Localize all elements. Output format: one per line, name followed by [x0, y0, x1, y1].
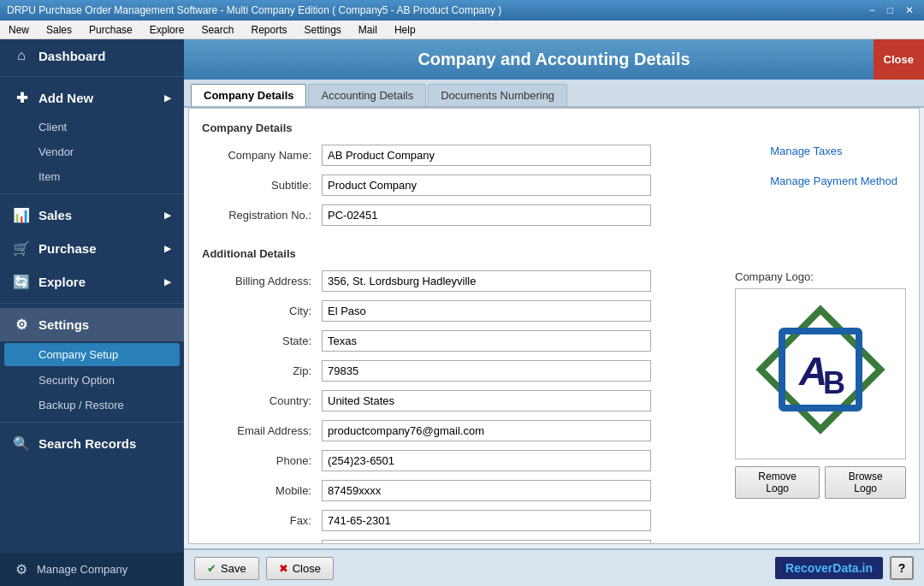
menu-sales[interactable]: Sales	[38, 22, 80, 38]
purchase-arrow: ▶	[164, 244, 171, 253]
dashboard-label: Dashboard	[38, 49, 105, 63]
manage-company-button[interactable]: ⚙ Manage Company	[0, 553, 184, 586]
billing-address-row: Billing Address:	[202, 270, 718, 292]
manage-payment-link[interactable]: Manage Payment Method	[770, 175, 897, 187]
menu-reports[interactable]: Reports	[242, 22, 295, 38]
phone-input[interactable]	[322, 450, 651, 471]
company-name-input[interactable]	[322, 145, 651, 166]
logo-label: Company Logo:	[735, 270, 906, 283]
mobile-row: Mobile:	[202, 480, 718, 501]
close-window-button[interactable]: ✕	[902, 4, 917, 16]
sidebar-item-purchase[interactable]: 🛒 Purchase ▶	[0, 232, 184, 265]
subtitle-row: Subtitle:	[202, 175, 761, 196]
registration-label: Registration No.:	[202, 209, 322, 222]
home-icon: ⌂	[13, 48, 30, 63]
additional-details-section: Additional Details Billing Address: City…	[202, 247, 906, 544]
state-input[interactable]	[322, 330, 651, 352]
form-columns: Billing Address: City: State: Zip:	[202, 270, 906, 544]
header-close-button[interactable]: Close	[874, 39, 924, 80]
footer-close-button[interactable]: ✖ Close	[266, 557, 334, 580]
manage-company-icon: ⚙	[13, 561, 30, 577]
menu-bar: New Sales Purchase Explore Search Report…	[0, 21, 924, 39]
state-label: State:	[202, 334, 322, 347]
website-input[interactable]	[322, 540, 651, 544]
phone-row: Phone:	[202, 450, 718, 471]
company-logo-svg: A B	[752, 301, 889, 447]
menu-search[interactable]: Search	[192, 22, 242, 38]
sidebar-item-company-setup[interactable]: Company Setup	[4, 343, 180, 366]
subtitle-input[interactable]	[322, 175, 651, 196]
sidebar-item-settings[interactable]: ⚙ Settings	[0, 308, 184, 341]
tab-bar: Company Details Accounting Details Docum…	[184, 80, 924, 108]
sales-label: Sales	[38, 208, 72, 222]
fax-input[interactable]	[322, 510, 651, 531]
title-text: DRPU Purchase Order Management Software …	[7, 4, 501, 16]
country-input[interactable]	[322, 390, 651, 411]
logo-buttons: Remove Logo Browse Logo	[735, 466, 906, 499]
svg-text:B: B	[823, 365, 845, 400]
purchase-icon: 🛒	[13, 240, 30, 257]
logo-box: A B	[735, 288, 906, 459]
sidebar-item-backup-restore[interactable]: Backup / Restore	[0, 393, 184, 417]
page-header: Company and Accounting Details Close	[184, 39, 924, 80]
mobile-label: Mobile:	[202, 484, 322, 497]
menu-new[interactable]: New	[0, 22, 38, 38]
manage-taxes-link[interactable]: Manage Taxes	[770, 145, 897, 157]
add-new-label: Add New	[38, 91, 93, 105]
city-input[interactable]	[322, 300, 651, 322]
form-left-column: Billing Address: City: State: Zip:	[202, 270, 718, 544]
zip-label: Zip:	[202, 364, 322, 377]
divider-2	[0, 193, 184, 194]
remove-logo-button[interactable]: Remove Logo	[735, 466, 820, 499]
subtitle-label: Subtitle:	[202, 179, 322, 192]
main-content: Company and Accounting Details Close Com…	[184, 39, 924, 586]
menu-mail[interactable]: Mail	[350, 22, 386, 38]
minimize-button[interactable]: −	[866, 4, 879, 16]
tab-documents-numbering[interactable]: Documents Numbering	[428, 84, 567, 106]
sidebar-item-add-new[interactable]: ✚ Add New ▶	[0, 81, 184, 115]
sidebar-item-search-records[interactable]: 🔍 Search Records	[0, 427, 184, 460]
billing-address-label: Billing Address:	[202, 275, 322, 287]
billing-address-input[interactable]	[322, 270, 651, 292]
email-row: Email Address:	[202, 420, 718, 441]
company-name-row: Company Name:	[202, 145, 761, 166]
sidebar-item-explore[interactable]: 🔄 Explore ▶	[0, 265, 184, 299]
zip-input[interactable]	[322, 360, 651, 382]
zip-row: Zip:	[202, 360, 718, 382]
explore-icon: 🔄	[13, 274, 30, 290]
sidebar-item-sales[interactable]: 📊 Sales ▶	[0, 198, 184, 232]
sidebar-item-security-option[interactable]: Security Option	[0, 368, 184, 393]
settings-icon: ⚙	[13, 317, 30, 333]
additional-details-title: Additional Details	[202, 247, 906, 260]
add-new-arrow: ▶	[164, 93, 171, 103]
state-row: State:	[202, 330, 718, 352]
search-records-label: Search Records	[38, 436, 136, 451]
sales-icon: 📊	[13, 207, 30, 223]
browse-logo-button[interactable]: Browse Logo	[825, 466, 906, 499]
sidebar-item-item[interactable]: Item	[0, 164, 184, 189]
menu-settings[interactable]: Settings	[296, 22, 350, 38]
website-row: Website:	[202, 540, 718, 544]
maximize-button[interactable]: □	[884, 4, 897, 16]
add-new-icon: ✚	[13, 90, 30, 106]
manage-company-label: Manage Company	[37, 563, 127, 576]
email-input[interactable]	[322, 420, 651, 441]
sidebar-item-vendor[interactable]: Vendor	[0, 139, 184, 164]
menu-purchase[interactable]: Purchase	[80, 22, 141, 38]
tab-accounting-details[interactable]: Accounting Details	[308, 84, 426, 106]
sidebar-item-dashboard[interactable]: ⌂ Dashboard	[0, 39, 184, 72]
help-button[interactable]: ?	[890, 556, 914, 580]
menu-help[interactable]: Help	[386, 22, 424, 38]
sidebar-item-client[interactable]: Client	[0, 115, 184, 139]
fax-row: Fax:	[202, 510, 718, 531]
save-button[interactable]: ✔ Save	[194, 557, 259, 580]
save-icon: ✔	[207, 562, 216, 575]
mobile-input[interactable]	[322, 480, 651, 501]
registration-input[interactable]	[322, 204, 651, 226]
sales-arrow: ▶	[164, 210, 171, 220]
title-bar: DRPU Purchase Order Management Software …	[0, 0, 924, 21]
settings-label: Settings	[38, 317, 89, 332]
menu-explore[interactable]: Explore	[141, 22, 193, 38]
tab-company-details[interactable]: Company Details	[191, 84, 306, 106]
registration-row: Registration No.:	[202, 204, 761, 226]
